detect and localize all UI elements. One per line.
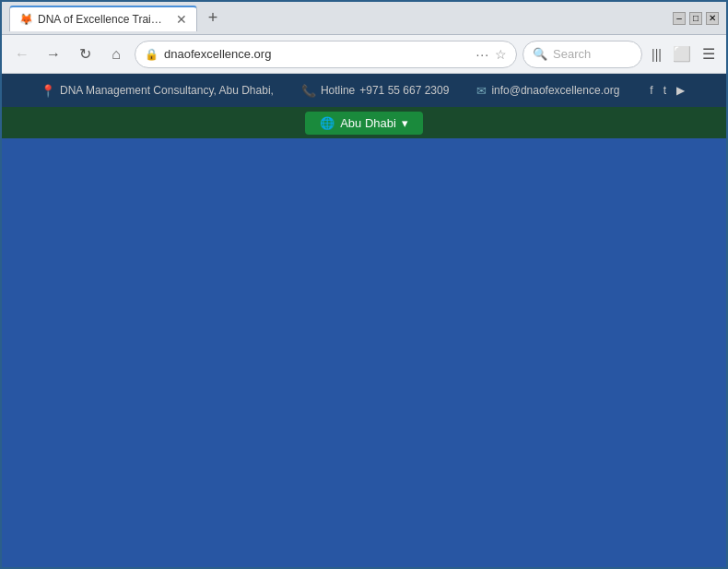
location-icon: 📍 <box>41 84 55 98</box>
url-text: dnaofexcellence.org <box>164 47 470 61</box>
location-btn-text: Abu Dhabi <box>340 116 396 130</box>
minimize-button[interactable]: – <box>673 12 686 25</box>
phone-icon: 📞 <box>301 84 316 98</box>
window-controls: – □ ✕ <box>673 12 719 25</box>
twitter-icon[interactable]: t <box>663 84 666 97</box>
hotline-item: 📞 Hotline +971 55 667 2309 <box>301 84 449 98</box>
search-bar[interactable]: 🔍 Search <box>523 41 642 68</box>
home-button[interactable]: ⌂ <box>103 41 129 67</box>
active-tab[interactable]: 🦊 DNA of Excellence Training Group ✕ <box>9 6 197 31</box>
dropdown-chevron-icon: ▾ <box>402 116 408 130</box>
search-placeholder: Search <box>553 47 591 61</box>
nav-bar: ← → ↻ ⌂ 🔒 dnaofexcellence.org ··· ☆ 🔍 Se… <box>2 35 726 74</box>
title-bar: 🦊 DNA of Excellence Training Group ✕ + –… <box>2 2 726 35</box>
location-text: DNA Management Consultancy, Abu Dhabi, <box>60 84 274 97</box>
synced-tabs-icon[interactable]: ⬜ <box>669 41 695 66</box>
address-bar[interactable]: 🔒 dnaofexcellence.org ··· ☆ <box>135 41 517 68</box>
refresh-button[interactable]: ↻ <box>72 41 98 67</box>
location-item: 📍 DNA Management Consultancy, Abu Dhabi, <box>41 84 274 98</box>
maximize-button[interactable]: □ <box>689 12 702 25</box>
tab-area: 🦊 DNA of Excellence Training Group ✕ + <box>9 6 665 31</box>
browser-window: 🦊 DNA of Excellence Training Group ✕ + –… <box>0 0 728 569</box>
email-item: ✉ info@dnaofexcellence.org <box>476 84 619 98</box>
tab-close-button[interactable]: ✕ <box>176 12 187 27</box>
hotline-label: Hotline <box>321 84 355 97</box>
tab-favicon: 🦊 <box>19 13 32 26</box>
site-topbar: 📍 DNA Management Consultancy, Abu Dhabi,… <box>2 74 726 107</box>
back-button[interactable]: ← <box>9 41 35 67</box>
toolbar-icons: ||| ⬜ ☰ <box>648 41 719 66</box>
lock-icon: 🔒 <box>145 48 159 61</box>
menu-icon[interactable]: ☰ <box>699 41 719 66</box>
search-icon: 🔍 <box>533 47 547 61</box>
webpage: 📍 DNA Management Consultancy, Abu Dhabi,… <box>2 74 726 567</box>
globe-icon: 🌐 <box>320 116 335 130</box>
location-dropdown-button[interactable]: 🌐 Abu Dhabi ▾ <box>305 112 423 135</box>
close-button[interactable]: ✕ <box>706 12 719 25</box>
location-row: 🌐 Abu Dhabi ▾ <box>2 107 726 138</box>
youtube-icon[interactable]: ▶ <box>676 84 685 97</box>
social-icons: f t ▶ <box>647 84 687 97</box>
bookmarks-icon[interactable]: ||| <box>648 43 665 65</box>
address-options-icon[interactable]: ··· <box>476 47 489 62</box>
email-icon: ✉ <box>476 84 487 98</box>
hotline-number: +971 55 667 2309 <box>359 84 449 97</box>
new-tab-button[interactable]: + <box>201 6 225 30</box>
bookmark-icon[interactable]: ☆ <box>495 47 507 62</box>
email-text: info@dnaofexcellence.org <box>491 84 619 97</box>
facebook-icon[interactable]: f <box>650 84 652 97</box>
tab-title: DNA of Excellence Training Group <box>38 13 167 26</box>
forward-button[interactable]: → <box>41 41 66 67</box>
